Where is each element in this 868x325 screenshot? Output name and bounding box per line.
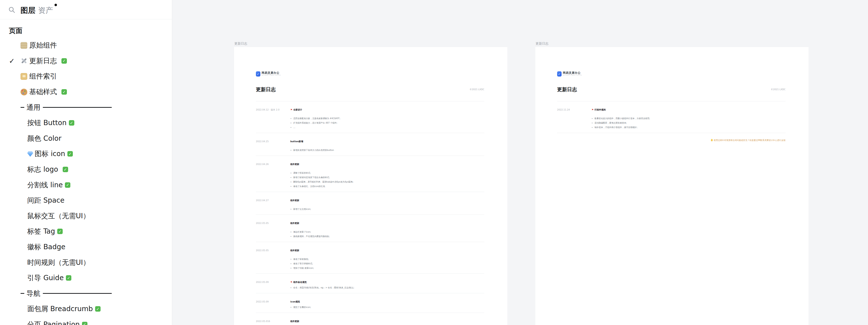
- sidebar-page-item[interactable]: 标志 logo ✓: [0, 162, 172, 177]
- page-name: 时间规则（无需UI）: [27, 258, 90, 267]
- sidebar-page-item[interactable]: 标签 Tag✓: [0, 224, 172, 239]
- sidebar-page-item[interactable]: 时间规则（无需UI）: [0, 255, 172, 270]
- sidebar-page-item[interactable]: 间距 Space: [0, 193, 172, 208]
- changelog-entry: 2022.05.05组件更新侧边栏更新了icon;颜色新规则，不在规范内要放到颜…: [256, 215, 484, 242]
- tools-icon: [21, 58, 27, 64]
- artboard[interactable]: 更新日志✓网易灵犀办公NETEASE LINGXI OFFICE更新日志©202…: [535, 47, 809, 325]
- done-check-badge: ✓: [63, 167, 68, 172]
- done-check-badge: ✓: [69, 120, 74, 126]
- changelog-entry: 2022.05.016组件更新新增联系人卡片组件;: [256, 313, 484, 325]
- page-title: 更新日志: [256, 87, 276, 92]
- entry-bullet: 启用全新配色方案，主题色更新调整为 #4C6AFF;: [290, 116, 484, 121]
- entry-title: icon规范: [290, 300, 484, 303]
- entry-date: 2022.05.09: [256, 281, 290, 290]
- tab-layers[interactable]: 图层: [21, 5, 35, 15]
- sidebar-page-item[interactable]: 面包屑 Breadcrumb✓: [0, 301, 172, 317]
- palette-icon: [21, 89, 27, 95]
- changelog-entries: 2022.11.24⚑打组件规则数量变化较大的组件，用最小级组件打变体，方便灵活…: [557, 101, 785, 133]
- page-name: 原始组件: [29, 41, 57, 50]
- artboard[interactable]: 更新日志✓网易灵犀办公NETEASE LINGXI OFFICE更新日志©202…: [234, 47, 507, 325]
- done-check-badge: ✓: [95, 306, 100, 312]
- tab-assets[interactable]: 资产: [38, 5, 53, 15]
- divider-label: 导航: [27, 289, 40, 298]
- search-icon[interactable]: [8, 6, 16, 13]
- logo-subname: NETEASE LINGXI OFFICE: [563, 74, 582, 76]
- entry-date: 2022.04.12 · 版本 2.0: [256, 108, 290, 130]
- entry-bullet-list: 数量变化较大的组件，用最小级组件打变体，方便灵活使用;适当隐藏图层，避免过度依赖…: [592, 116, 785, 130]
- entry-title: ⚑打组件规则: [592, 108, 785, 111]
- entry-date: 2022.05.016: [256, 320, 290, 325]
- changelog-entry: 2022.05.05组件更新修改了标签颜色;修改了警示弹窗样式;增加了功能-更新…: [256, 242, 484, 274]
- sidebar-page-item[interactable]: 图标 icon✓: [0, 146, 172, 162]
- page-name: 基础样式: [29, 87, 59, 97]
- title-row: 更新日志©2021 LXDC: [256, 87, 484, 101]
- divider-dash: [21, 107, 24, 108]
- entry-bullet: 修改了头像雀红、文档icon的红色: [290, 184, 484, 189]
- flag-icon: ⚑: [290, 108, 292, 111]
- sidebar-page-item[interactable]: 颜色 Color: [0, 131, 172, 147]
- design-canvas[interactable]: 更新日志✓网易灵犀办公NETEASE LINGXI OFFICE更新日志©202…: [173, 0, 868, 325]
- sidebar-divider-item[interactable]: 导航: [0, 286, 172, 301]
- entry-bullet: 规范了全量的icon;: [290, 305, 484, 310]
- current-page-check-icon: ✓: [9, 57, 14, 65]
- changelog-entry: 2022.04.26组件更新调整了投影的样式;新增了邮箱特定场景下组合头像的样式…: [256, 156, 484, 192]
- done-check-badge: ✓: [61, 58, 67, 64]
- panel-tab-bar: 图层 资产: [0, 0, 172, 19]
- done-check-badge: ✓: [57, 229, 63, 234]
- entry-bullet-list: 新增灰底背景下各种大小的白色背景button: [290, 148, 484, 152]
- entry-title: ⚑组件命名规范: [290, 281, 484, 284]
- tab-assets-label: 资产: [38, 6, 53, 14]
- sidebar-divider-item[interactable]: 通用: [0, 100, 172, 115]
- changelog-header: ✓网易灵犀办公NETEASE LINGXI OFFICE更新日志©2021 LX…: [256, 47, 484, 101]
- entry-title: ⚑全新设计: [290, 108, 484, 111]
- sidebar-page-item[interactable]: 分页 Pagination✓: [0, 317, 172, 325]
- entry-bullet: 修改了警示弹窗样式;: [290, 261, 484, 266]
- entry-bullet-list: 规范了全量的icon;: [290, 305, 484, 310]
- entry-bullet: 侧边栏更新了icon;: [290, 230, 484, 234]
- sidebar-page-item[interactable]: 徽标 Badge: [0, 239, 172, 255]
- entry-bullet: 新增了邮箱特定场景下组合头像的样式;: [290, 175, 484, 180]
- divider-line: [43, 293, 112, 294]
- artboard-label[interactable]: 更新日志: [535, 41, 549, 46]
- logo-name: 网易灵犀办公: [261, 71, 281, 74]
- entry-body: 组件更新侧边栏更新了icon;颜色新规则，不在规范内要放到颜色集;: [290, 222, 484, 238]
- brand-logo: ✓网易灵犀办公NETEASE LINGXI OFFICE: [557, 71, 785, 77]
- notification-dot: [55, 4, 57, 6]
- sidebar-page-item[interactable]: 基础样式 ✓: [0, 84, 172, 100]
- sidebar-page-item[interactable]: ✓更新日志 ✓: [0, 53, 172, 69]
- page-name: 组件索引: [29, 72, 57, 81]
- sidebar-page-item[interactable]: 引导 Guide✓: [0, 270, 172, 286]
- sidebar-page-item[interactable]: 原始组件: [0, 38, 172, 53]
- changelog-entry: 2022.04.12 · 版本 2.0⚑全新设计启用全新配色方案，主题色更新调整…: [256, 101, 484, 133]
- entry-date: 2022.05.09: [256, 300, 290, 310]
- artboard-label[interactable]: 更新日志: [234, 41, 247, 46]
- divider-line: [43, 107, 112, 108]
- done-check-badge: ✓: [82, 322, 88, 325]
- entry-body: ⚑组件命名规范命名：类型/功能/状态/其他。eg：> 命名：图标/更多_右边/默…: [290, 281, 484, 290]
- page-name: 间距 Space: [27, 196, 64, 205]
- page-name: 更新日志: [29, 56, 59, 66]
- entry-bullet: 新增灰底背景下各种大小的白色背景button: [290, 148, 484, 152]
- entry-bullet: 调整了投影的样式;: [290, 171, 484, 175]
- page-name: 面包屑 Breadcrumb: [27, 304, 93, 314]
- entry-date: 2022.05.05: [256, 249, 290, 270]
- sidebar-page-item[interactable]: 鼠标交互（无需UI）: [0, 208, 172, 224]
- entry-title: button新增: [290, 140, 484, 143]
- entry-body: 组件更新调整了投影的样式;新增了邮箱特定场景下组合头像的样式;删除6px圆角，原…: [290, 163, 484, 189]
- page-name: 徽标 Badge: [27, 242, 65, 252]
- entry-bullet: 新增了云文档icon;: [290, 207, 484, 211]
- page-name: 分页 Pagination: [27, 320, 80, 325]
- logo-subname: NETEASE LINGXI OFFICE: [261, 74, 281, 76]
- divider-dash: [21, 293, 24, 294]
- sidebar-page-item[interactable]: 组件索引: [0, 69, 172, 84]
- copyright: ©2021 LXDC: [771, 88, 785, 91]
- sidebar-page-item[interactable]: 分割线 line✓: [0, 177, 172, 193]
- entry-bullet-list: 侧边栏更新了icon;颜色新规则，不在规范内要放到颜色集;: [290, 230, 484, 238]
- logo-texts: 网易灵犀办公NETEASE LINGXI OFFICE: [563, 71, 582, 76]
- sidebar-page-item[interactable]: 按钮 Button✓: [0, 115, 172, 131]
- entry-bullet: 扩充组件系统能力，设计资源产出 497 个组件;: [290, 121, 484, 125]
- entry-bullet: 增加了功能-更新icon;: [290, 266, 484, 270]
- notebook-icon: [21, 73, 27, 80]
- entry-bullet: 适当隐藏图层，避免过度依赖变体;: [592, 121, 785, 125]
- flag-icon: ⚑: [290, 281, 292, 283]
